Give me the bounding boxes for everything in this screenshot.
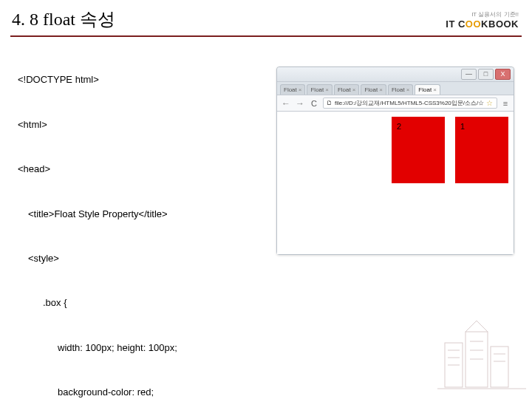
forward-button[interactable]: → [295, 98, 305, 109]
close-icon[interactable]: × [406, 86, 410, 93]
code-line: <html> [18, 117, 269, 132]
browser-tab[interactable]: Float× [334, 84, 359, 95]
code-line: <!DOCTYPE html> [18, 72, 269, 87]
menu-icon[interactable]: ≡ [501, 99, 510, 108]
code-line: <style> [18, 251, 269, 266]
float-box: 2 [392, 117, 445, 183]
title-divider [10, 35, 522, 37]
url-text: file:///D:/강의교재/HTML5/HTML5-CSS3%20입문/소스… [335, 99, 484, 107]
close-icon[interactable]: × [379, 86, 383, 93]
browser-tab-active[interactable]: Float× [415, 84, 440, 95]
code-line: <title>Float Style Property</title> [18, 207, 269, 222]
code-line: .box { [18, 296, 269, 310]
browser-tab[interactable]: Float× [280, 84, 305, 95]
svg-rect-2 [491, 347, 508, 387]
code-listing: <!DOCTYPE html> <html> <head> <title>Flo… [18, 43, 269, 399]
address-bar[interactable]: 🗋 file:///D:/강의교재/HTML5/HTML5-CSS3%20입문/… [323, 98, 497, 109]
back-button[interactable]: ← [281, 98, 291, 109]
browser-tab[interactable]: Float× [361, 84, 386, 95]
close-icon[interactable]: × [299, 86, 302, 93]
close-icon[interactable]: × [325, 86, 329, 93]
file-icon: 🗋 [327, 100, 332, 106]
browser-window: — □ X Float× Float× Float× Float× Float×… [276, 66, 514, 255]
brand-name: IT COOKBOOK [446, 18, 519, 30]
brand-logo: IT 실용서의 기준!! IT COOKBOOK [446, 10, 519, 30]
tab-strip: Float× Float× Float× Float× Float× Float… [277, 82, 514, 95]
browser-tab[interactable]: Float× [388, 84, 413, 95]
code-line: <head> [18, 162, 269, 177]
watermark-building-icon [437, 313, 526, 395]
float-box: 1 [455, 117, 508, 183]
window-maximize-button[interactable]: □ [478, 69, 494, 80]
browser-toolbar: ← → C 🗋 file:///D:/강의교재/HTML5/HTML5-CSS3… [277, 95, 514, 112]
window-minimize-button[interactable]: — [461, 69, 477, 80]
code-line: background-color: red; [18, 385, 269, 399]
window-titlebar: — □ X [277, 67, 514, 82]
close-icon[interactable]: × [433, 86, 437, 93]
browser-tab[interactable]: Float× [307, 84, 332, 95]
code-line: width: 100px; height: 100px; [18, 341, 269, 355]
browser-viewport: 1 2 [277, 112, 514, 254]
close-icon[interactable]: × [352, 86, 356, 93]
bookmark-star-icon[interactable]: ☆ [486, 99, 493, 107]
brand-tagline: IT 실용서의 기준!! [446, 10, 519, 18]
reload-button[interactable]: C [309, 98, 319, 109]
window-close-button[interactable]: X [495, 69, 511, 80]
